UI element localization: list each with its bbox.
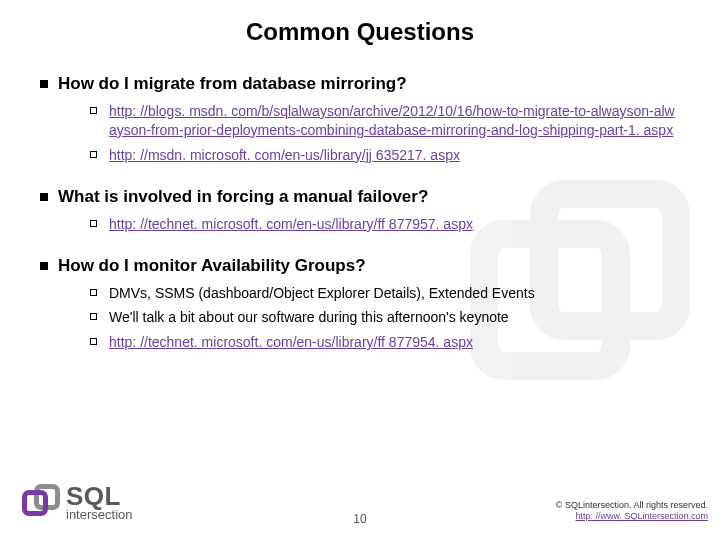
question-text: What is involved in forcing a manual fai… — [58, 187, 428, 207]
hollow-square-icon — [90, 220, 97, 227]
reference-link[interactable]: http: //blogs. msdn. com/b/sqlalwayson/a… — [109, 102, 680, 140]
footer-link[interactable]: http: //www. SQLintersection.com — [575, 511, 708, 521]
hollow-square-icon — [90, 289, 97, 296]
copyright-block: © SQLintersection. All rights reserved. … — [556, 500, 708, 522]
answer-list: DMVs, SSMS (dashboard/Object Explorer De… — [40, 284, 680, 353]
answer-text: We'll talk a bit about our software duri… — [109, 308, 509, 327]
list-item: http: //technet. microsoft. com/en-us/li… — [90, 215, 680, 234]
footer: SQL intersection 10 © SQLintersection. A… — [0, 468, 720, 540]
list-item: We'll talk a bit about our software duri… — [90, 308, 680, 327]
bullet-square-icon — [40, 80, 48, 88]
copyright-text: © SQLintersection. All rights reserved. — [556, 500, 708, 511]
slide: Common Questions How do I migrate from d… — [0, 0, 720, 540]
hollow-square-icon — [90, 338, 97, 345]
question-row: How do I migrate from database mirroring… — [40, 74, 680, 94]
list-item: DMVs, SSMS (dashboard/Object Explorer De… — [90, 284, 680, 303]
section-1: How do I migrate from database mirroring… — [40, 74, 680, 165]
list-item: http: //blogs. msdn. com/b/sqlalwayson/a… — [90, 102, 680, 140]
section-3: How do I monitor Availability Groups? DM… — [40, 256, 680, 353]
question-row: What is involved in forcing a manual fai… — [40, 187, 680, 207]
question-text: How do I monitor Availability Groups? — [58, 256, 366, 276]
list-item: http: //msdn. microsoft. com/en-us/libra… — [90, 146, 680, 165]
logo-sub: intersection — [66, 509, 132, 521]
logo-main: SQL — [66, 484, 132, 509]
reference-link[interactable]: http: //technet. microsoft. com/en-us/li… — [109, 333, 473, 352]
reference-link[interactable]: http: //technet. microsoft. com/en-us/li… — [109, 215, 473, 234]
brand-logo: SQL intersection — [22, 484, 132, 522]
hollow-square-icon — [90, 313, 97, 320]
hollow-square-icon — [90, 107, 97, 114]
answer-list: http: //blogs. msdn. com/b/sqlalwayson/a… — [40, 102, 680, 165]
answer-text: DMVs, SSMS (dashboard/Object Explorer De… — [109, 284, 535, 303]
logo-text: SQL intersection — [66, 484, 132, 521]
page-number: 10 — [353, 512, 366, 526]
answer-list: http: //technet. microsoft. com/en-us/li… — [40, 215, 680, 234]
list-item: http: //technet. microsoft. com/en-us/li… — [90, 333, 680, 352]
slide-title: Common Questions — [40, 18, 680, 46]
question-text: How do I migrate from database mirroring… — [58, 74, 407, 94]
bullet-square-icon — [40, 193, 48, 201]
question-row: How do I monitor Availability Groups? — [40, 256, 680, 276]
hollow-square-icon — [90, 151, 97, 158]
section-2: What is involved in forcing a manual fai… — [40, 187, 680, 234]
reference-link[interactable]: http: //msdn. microsoft. com/en-us/libra… — [109, 146, 460, 165]
logo-mark-icon — [22, 484, 60, 522]
bullet-square-icon — [40, 262, 48, 270]
